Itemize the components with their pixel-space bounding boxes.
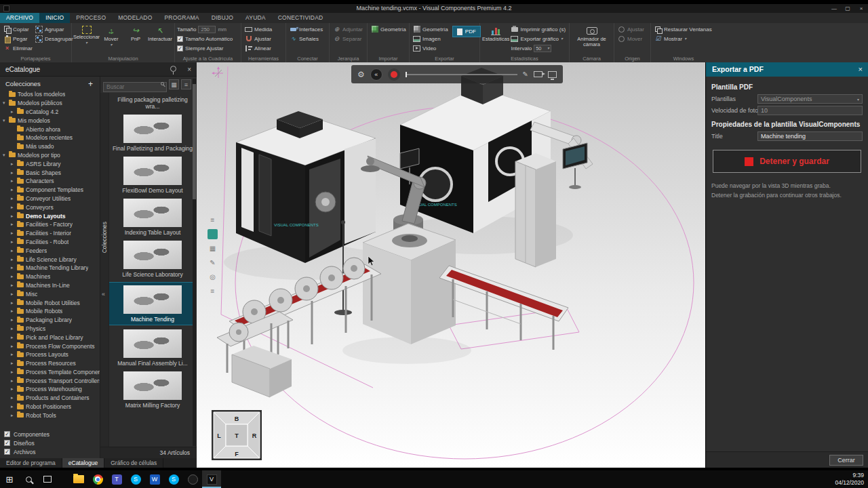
tree-expand-icon[interactable]: ▸ — [11, 335, 16, 340]
tree-expand-icon[interactable]: ▸ — [11, 214, 16, 219]
tree-expand-icon[interactable]: ▸ — [11, 205, 16, 210]
tree-item[interactable]: ▸ Process Resources — [0, 359, 100, 368]
measure-button[interactable]: Medida — [243, 24, 283, 34]
pnp-button[interactable]: ↪PnP — [123, 24, 148, 54]
tree-expand-icon[interactable]: ▸ — [11, 395, 16, 401]
tree-item[interactable]: ▸ Life Science Library — [0, 255, 100, 264]
skype-business-icon[interactable]: S — [164, 470, 183, 488]
tree-expand-icon[interactable]: ▸ — [11, 239, 16, 245]
catalogue-item[interactable]: FlexiBowl Demo Layout — [109, 157, 193, 194]
render-mode-icon[interactable] — [208, 229, 218, 239]
tree-expand-icon[interactable]: ▸ — [11, 291, 16, 297]
select-button[interactable]: Seleccionar▾ — [74, 24, 99, 54]
tab-programa[interactable]: PROGRAMA — [159, 13, 205, 23]
minimize-button[interactable]: — — [827, 4, 841, 13]
restore-windows-button[interactable]: Restaurar Ventanas — [653, 24, 714, 34]
catalogue-item[interactable]: Life Science Laboratory — [109, 241, 193, 278]
origin-move-button[interactable]: Mover — [616, 34, 648, 43]
attach-button[interactable]: ⊕Adjuntar — [332, 24, 365, 34]
tree-expand-icon[interactable]: ▸ — [11, 187, 16, 192]
tree-expand-icon[interactable]: ▸ — [11, 196, 16, 201]
search-input[interactable] — [103, 82, 167, 92]
grid-size-input[interactable]: 250 — [198, 26, 216, 33]
tree-item[interactable]: ▸ Mobile Robots — [0, 307, 100, 316]
skype-icon[interactable]: S — [126, 470, 145, 488]
viewport-3d[interactable]: VISUAL COMPONENTS VISUAL COMPONENTS — [197, 62, 705, 468]
panel-close-icon[interactable]: × — [187, 62, 191, 77]
collapse-panel-icon[interactable]: « — [102, 291, 105, 298]
framerate-input[interactable]: 10 — [757, 106, 863, 115]
settings-gear-icon[interactable]: ⚙ — [357, 70, 365, 79]
close-panel-button[interactable]: Cerrar — [829, 455, 863, 466]
tree-item[interactable]: Todos los modelos — [0, 90, 100, 99]
tree-expand-icon[interactable]: ▸ — [11, 274, 16, 279]
tree-item[interactable]: ▸ Conveyors — [0, 203, 100, 211]
interfaces-button[interactable]: Interfaces — [288, 24, 327, 34]
print-chart-button[interactable]: Imprimir gráfico (s) — [509, 24, 567, 34]
title-input[interactable]: Machine tending — [757, 131, 863, 141]
statistics-button[interactable]: Estadísticas — [482, 24, 509, 54]
interval-combo[interactable]: Intervalo50▾ — [509, 43, 567, 53]
screen-capture-icon[interactable] — [548, 71, 557, 78]
tree-expand-icon[interactable]: ▸ — [11, 317, 16, 323]
grid-view-button[interactable]: ▦ — [169, 79, 179, 89]
catalogue-item[interactable]: Matrix Milling Factory — [109, 371, 193, 409]
media-app-icon[interactable] — [183, 470, 202, 488]
catalogue-item[interactable]: Machine Tending — [109, 283, 193, 325]
tree-expand-icon[interactable]: ▸ — [11, 109, 16, 115]
record-button[interactable] — [388, 68, 400, 81]
camera-capture-icon[interactable] — [534, 71, 542, 77]
tree-item[interactable]: ▸ Facilities - Interior — [0, 229, 100, 238]
tree-item[interactable]: ▾ Mis modelos — [0, 116, 100, 125]
maximize-button[interactable]: ▢ — [841, 4, 854, 13]
tab-cell-graph[interactable]: Gráfico de células — [104, 458, 163, 468]
filter-archivos[interactable]: ✓Archivos — [0, 447, 100, 456]
tree-expand-icon[interactable]: ▸ — [11, 386, 16, 392]
tree-item[interactable]: ▸ Characters — [0, 177, 100, 186]
tree-item[interactable]: ▸ Facilities - Robot — [0, 238, 100, 247]
tree-item[interactable]: ▾ Modelos públicos — [0, 99, 100, 108]
start-button[interactable]: ⊞ — [0, 470, 19, 488]
origin-snap-button[interactable]: Ajustar — [616, 24, 648, 34]
filter-disenos[interactable]: ✓Diseños — [0, 439, 100, 447]
tree-item[interactable]: ▸ eCatalog 4.2 — [0, 108, 100, 117]
collections-side-tab[interactable]: Colecciones « — [100, 93, 109, 447]
add-collection-button[interactable]: + — [88, 81, 93, 87]
tree-item[interactable]: Más usado — [0, 142, 100, 151]
tree-expand-icon[interactable]: ▸ — [11, 404, 16, 409]
import-geometry-button[interactable]: Geometría — [370, 24, 407, 34]
chrome-icon[interactable] — [88, 470, 107, 488]
copy-button[interactable]: Copiar — [2, 24, 34, 34]
tree-item[interactable]: ▸ Component Templates — [0, 186, 100, 195]
search-button[interactable] — [19, 470, 38, 488]
tab-ecatalogue[interactable]: eCatalogue — [62, 458, 104, 468]
annotate-pencil-icon[interactable]: ✎ — [523, 70, 528, 78]
teams-icon[interactable]: T — [107, 470, 126, 488]
interact-button[interactable]: ↖Interactuar — [148, 24, 172, 54]
auto-size-checkbox[interactable]: ✓Tamaño Automático — [177, 34, 239, 43]
tree-item[interactable]: ▸ Mobile Robot Utilities — [0, 298, 100, 307]
close-button[interactable]: × — [854, 4, 868, 13]
group-button[interactable]: Agrupar — [34, 24, 75, 34]
filter-componentes[interactable]: ✓Componentes — [0, 430, 100, 439]
pin-icon[interactable] — [170, 66, 176, 72]
tree-expand-icon[interactable]: ▸ — [11, 352, 16, 357]
tree-item[interactable]: ▸ Facilities - Factory — [0, 220, 100, 229]
tree-item[interactable]: ▸ Pick and Place Library — [0, 333, 100, 342]
ungroup-button[interactable]: Desagrupar — [34, 34, 75, 43]
always-snap-checkbox[interactable]: ✓Siempre Ajustar — [177, 43, 239, 53]
tree-expand-icon[interactable]: ▸ — [11, 300, 16, 306]
templates-combo[interactable]: VisualComponents▾ — [757, 94, 863, 104]
tree-item[interactable]: ▸ Packaging Library — [0, 316, 100, 325]
tab-proceso[interactable]: PROCESO — [70, 13, 112, 23]
tree-item[interactable]: ▸ ASRS Library — [0, 159, 100, 168]
tree-item[interactable]: ▸ Machines — [0, 272, 100, 281]
tree-expand-icon[interactable]: ▸ — [11, 248, 16, 253]
tree-expand-icon[interactable]: ▸ — [11, 257, 16, 262]
tree-expand-icon[interactable]: ▸ — [11, 283, 16, 288]
tree-item[interactable]: Modelos recientes — [0, 134, 100, 142]
skip-to-start-button[interactable]: « — [370, 68, 382, 81]
tree-expand-icon[interactable]: ▾ — [3, 118, 8, 123]
tree-expand-icon[interactable]: ▾ — [3, 100, 8, 106]
tree-item[interactable]: ▸ Basic Shapes — [0, 168, 100, 177]
